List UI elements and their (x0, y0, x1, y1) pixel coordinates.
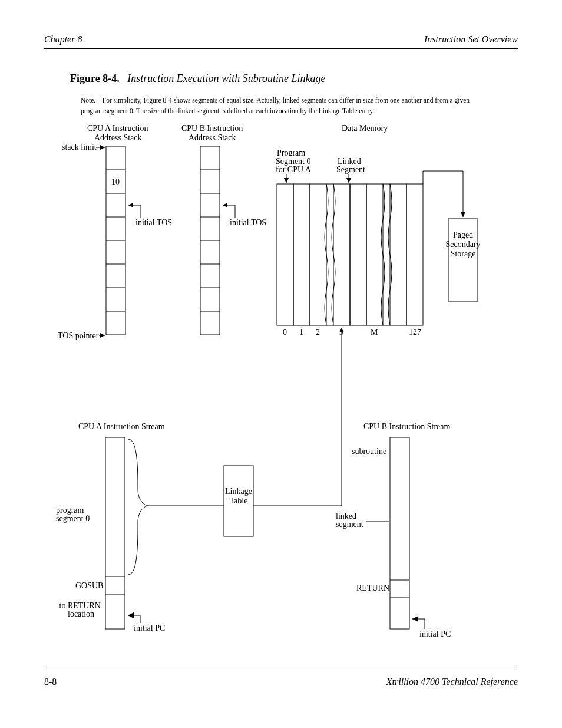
svg-marker-21 (100, 145, 105, 150)
cpu-a-title-line1: CPU A Instruction (87, 124, 148, 133)
cpu-a-title-line2: Address Stack (94, 133, 142, 142)
svg-text:initial PC: initial PC (134, 624, 165, 633)
data-memory-title: Data Memory (342, 124, 388, 133)
svg-text:to RETURN: to RETURN (57, 601, 101, 610)
svg-text:location: location (68, 610, 94, 618)
svg-text:127: 127 (409, 328, 421, 337)
svg-rect-44 (406, 184, 423, 325)
svg-marker-28 (284, 178, 289, 183)
svg-marker-23 (100, 333, 105, 338)
svg-rect-43 (390, 184, 406, 325)
svg-text:TOS pointer: TOS pointer (58, 331, 99, 340)
svg-rect-34 (293, 184, 310, 325)
svg-rect-40 (366, 184, 383, 325)
svg-marker-32 (346, 178, 351, 183)
svg-text:initial TOS: initial TOS (135, 218, 172, 227)
cpu-b-title-line1: CPU B Instruction (181, 124, 243, 133)
cpu-b-stack: CPU B Instruction Address Stack initial … (181, 124, 266, 335)
data-memory-block: Data Memory Program Segment 0 for CPU A … (276, 124, 481, 377)
svg-text:for CPU A: for CPU A (276, 165, 312, 174)
svg-text:Program: Program (277, 149, 305, 157)
footer-doc-title: Xtrillion 4700 Technical Reference (386, 677, 518, 687)
svg-text:CPU A Instruction Stream: CPU A Instruction Stream (78, 422, 165, 431)
svg-text:initial PC: initial PC (419, 630, 451, 638)
cpu-a-stack: CPU A Instruction Address Stack 10 initi… (87, 124, 172, 335)
cpu-b-instruction-stream: CPU B Instruction Stream linked segment … (336, 422, 451, 638)
svg-text:Table: Table (230, 496, 248, 505)
footer-rule (44, 668, 518, 668)
svg-marker-67 (128, 612, 134, 618)
paged-storage: Paged Secondary Storage (423, 171, 481, 302)
svg-rect-35 (310, 184, 326, 325)
svg-text:2: 2 (316, 328, 320, 337)
svg-text:CPU B Instruction Stream: CPU B Instruction Stream (363, 422, 450, 431)
cpu-b-title-line2: Address Stack (189, 133, 236, 142)
svg-rect-33 (277, 184, 293, 325)
svg-rect-76 (390, 437, 409, 629)
svg-text:subroutine: subroutine (352, 447, 386, 456)
cpu-a-row-value: 10 (111, 177, 120, 186)
figure-footnote: Note. For simplicity, Figure 8-4 shows s… (81, 95, 487, 117)
svg-text:GOSUB: GOSUB (75, 581, 103, 590)
svg-text:1: 1 (299, 328, 303, 337)
linkage-table: Linkage Table (224, 377, 342, 536)
svg-text:stack limit: stack limit (62, 143, 97, 151)
svg-text:Linked: Linked (338, 157, 361, 166)
svg-rect-38 (333, 184, 350, 325)
svg-text:RETURN: RETURN (356, 584, 389, 592)
svg-text:Segment 0: Segment 0 (276, 157, 311, 166)
svg-text:program: program (56, 506, 84, 515)
svg-marker-55 (461, 212, 465, 217)
svg-marker-8 (128, 203, 133, 207)
footer-page-number: 8-8 (44, 677, 57, 687)
svg-text:M: M (371, 328, 378, 337)
cpu-a-initial-tos-arrow: initial TOS (128, 203, 172, 227)
svg-text:Storage: Storage (451, 249, 476, 258)
svg-marker-18 (223, 203, 227, 207)
svg-text:Secondary: Secondary (445, 240, 480, 249)
svg-marker-84 (412, 616, 418, 622)
svg-text:0: 0 (283, 328, 287, 337)
svg-text:Segment: Segment (336, 165, 365, 174)
svg-rect-59 (105, 437, 125, 629)
svg-text:segment: segment (336, 520, 363, 529)
svg-text:linked: linked (336, 512, 356, 521)
cpu-a-instruction-stream: CPU A Instruction Stream program segment… (56, 422, 224, 633)
svg-text:Paged: Paged (453, 230, 473, 239)
svg-text:segment 0: segment 0 (56, 514, 90, 523)
stack-side-labels: stack limit TOS pointer (58, 143, 105, 340)
svg-text:initial TOS: initial TOS (230, 218, 266, 227)
svg-rect-39 (350, 184, 366, 325)
cpu-b-initial-tos-arrow: initial TOS (223, 203, 266, 227)
svg-text:Linkage: Linkage (225, 487, 252, 496)
